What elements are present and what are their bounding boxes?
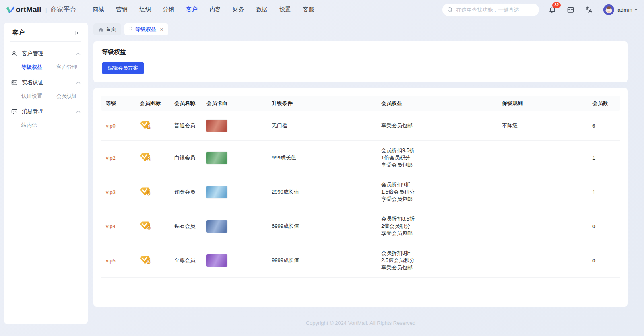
sidebar-group-label: 实名认证 [22, 79, 76, 86]
sidebar-group-real-name: 实名认证 认证设置 会员认证 [10, 79, 81, 100]
table-header-row: 等级会员图标会员名称会员卡面升级条件会员权益保级规则会员数 [101, 96, 620, 111]
member-name-cell: 白银会员 [170, 154, 202, 161]
user-name: admin [617, 7, 632, 13]
nav-item-7[interactable]: 财务 [227, 4, 250, 16]
level-link[interactable]: vip4 [106, 223, 116, 229]
vip-gem-icon: 2 [140, 153, 151, 162]
table-body: vip01普通会员无门槛享受会员包邮不降级6vip22白银会员999成长值会员折… [101, 111, 620, 278]
member-card-swatch [206, 186, 227, 198]
nav-item-10[interactable]: 客服 [297, 4, 320, 16]
nav-item-2[interactable]: 营销 [110, 4, 134, 16]
tab-drag-handle[interactable] [129, 27, 132, 32]
benefit-line: 会员折扣8.5折 [381, 215, 497, 223]
benefit-line: 1.5倍会员积分 [381, 188, 497, 196]
nav-item-8[interactable]: 数据 [250, 4, 274, 16]
upgrade-condition-cell: 6999成长值 [267, 223, 377, 230]
member-icon-cell: 1 [135, 120, 170, 131]
column-header: 升级条件 [267, 100, 377, 107]
level-link[interactable]: vip2 [106, 155, 116, 161]
nav-item-6[interactable]: 内容 [204, 4, 227, 16]
sidebar-group-header[interactable]: 实名认证 [10, 79, 81, 86]
sidebar-item-customer-mgmt[interactable]: 客户管理 [56, 64, 91, 71]
user-menu[interactable]: admin [603, 4, 638, 15]
tab-bar: 首页 等级权益 ✕ [93, 23, 628, 35]
translate-button[interactable] [585, 6, 593, 14]
tab-label: 首页 [106, 26, 116, 33]
search-icon [447, 7, 453, 13]
vip-gem-icon: 5 [140, 255, 151, 264]
level-link[interactable]: vip3 [106, 189, 116, 195]
member-card-swatch [206, 254, 227, 267]
home-icon [98, 27, 103, 32]
benefit-line: 会员折扣9.5折 [381, 147, 497, 154]
chevron-up-icon [76, 81, 80, 84]
member-name-cell: 钻石会员 [170, 223, 202, 230]
id-card-icon [11, 80, 18, 86]
nav-item-5[interactable]: 客户 [180, 4, 204, 16]
benefits-cell: 会员折扣8折2.5倍会员积分享受会员包邮 [377, 249, 497, 271]
svg-text:4: 4 [147, 225, 150, 230]
collapse-sidebar-icon[interactable] [75, 30, 80, 36]
shop-button[interactable] [567, 6, 574, 14]
benefit-line: 享受会员包邮 [381, 196, 497, 203]
member-count-cell: 0 [582, 223, 620, 229]
benefit-line: 享受会员包邮 [381, 264, 497, 271]
nav-item-4[interactable]: 分销 [157, 4, 180, 16]
table-row: vip55至尊会员9999成长值会员折扣8折2.5倍会员积分享受会员包邮0 [101, 243, 620, 278]
member-count-cell: 1 [582, 189, 620, 195]
member-count-cell: 0 [582, 258, 620, 264]
member-card-swatch [206, 152, 227, 164]
v-logo-icon [6, 6, 15, 13]
column-header: 会员图标 [135, 100, 170, 107]
svg-text:2: 2 [147, 157, 150, 161]
level-cell: vip3 [101, 189, 135, 195]
sidebar-item-level-benefits[interactable]: 等级权益 [21, 64, 56, 71]
benefit-line: 享受会员包邮 [381, 230, 497, 237]
svg-text:3: 3 [147, 191, 150, 196]
level-cell: vip5 [101, 258, 135, 264]
vip-gem-icon: 4 [140, 221, 151, 230]
sidebar-item-auth-settings[interactable]: 认证设置 [21, 93, 56, 100]
nav-item-1[interactable]: 商城 [87, 4, 110, 16]
tab-label: 等级权益 [135, 26, 156, 33]
sidebar: 客户 客户管理 [4, 23, 88, 324]
chevron-up-icon [76, 110, 80, 113]
retain-rule-cell: 不降级 [497, 122, 582, 129]
caret-down-icon [634, 9, 638, 11]
sidebar-group-label: 客户管理 [22, 50, 76, 57]
brand-separator: | [45, 6, 47, 13]
member-name-cell: 铂金会员 [170, 188, 202, 196]
topbar: ortMall | 商家平台 商城营销组织分销客户内容财务数据设置客服 32 [0, 0, 644, 19]
brand[interactable]: ortMall | 商家平台 [6, 5, 76, 14]
global-search[interactable] [442, 4, 539, 16]
copyright: Copyright © 2024 VortMall. All Rights Re… [93, 320, 628, 326]
message-icon [11, 109, 18, 115]
benefit-line: 1倍会员积分 [381, 154, 497, 161]
sidebar-group-messages: 消息管理 站内信 [10, 108, 81, 129]
translate-icon [585, 6, 593, 14]
edit-member-plan-button[interactable]: 编辑会员方案 [102, 62, 144, 74]
level-link[interactable]: vip0 [106, 123, 116, 129]
column-header: 会员权益 [377, 100, 497, 107]
sidebar-item-site-mail[interactable]: 站内信 [21, 122, 56, 129]
sidebar-group-header[interactable]: 客户管理 [10, 50, 81, 57]
member-name-cell: 普通会员 [170, 122, 202, 129]
table-row: vip22白银会员999成长值会员折扣9.5折1倍会员积分享受会员包邮1 [101, 141, 620, 175]
level-link[interactable]: vip5 [106, 258, 116, 264]
tab-level-benefits[interactable]: 等级权益 ✕ [124, 23, 168, 35]
nav-item-3[interactable]: 组织 [134, 4, 157, 16]
benefits-cell: 享受会员包邮 [377, 122, 497, 129]
sidebar-item-member-auth[interactable]: 会员认证 [56, 93, 91, 100]
nav-item-9[interactable]: 设置 [274, 4, 297, 16]
benefits-cell: 会员折扣8.5折2倍会员积分享受会员包邮 [377, 215, 497, 237]
upgrade-condition-cell: 无门槛 [267, 122, 377, 129]
member-card-cell [202, 254, 267, 267]
table-row: vip33铂金会员2999成长值会员折扣9折1.5倍会员积分享受会员包邮1 [101, 175, 620, 209]
search-input[interactable] [456, 7, 534, 13]
tab-home[interactable]: 首页 [93, 23, 121, 35]
sidebar-group-header[interactable]: 消息管理 [10, 108, 81, 115]
shop-icon [567, 6, 574, 14]
notifications-button[interactable]: 32 [549, 6, 556, 14]
close-icon[interactable]: ✕ [160, 27, 163, 32]
member-card-swatch [206, 220, 227, 233]
